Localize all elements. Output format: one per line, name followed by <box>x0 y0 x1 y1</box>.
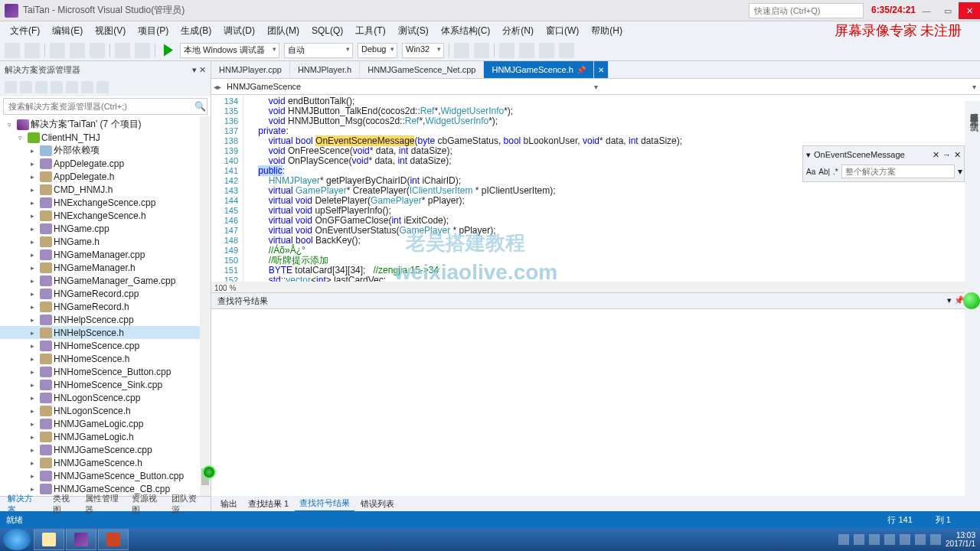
menu-tools[interactable]: 工具(T) <box>350 22 390 40</box>
horizontal-scrollbar[interactable]: 100 % <box>211 282 980 292</box>
close-icon[interactable]: ✕ <box>598 66 604 74</box>
new-button[interactable] <box>50 43 65 58</box>
zoom-level[interactable]: 100 % <box>214 284 236 292</box>
start-button[interactable] <box>3 529 31 550</box>
tab-hnmjplayer-cpp[interactable]: HNMJPlayer.cpp <box>211 61 290 78</box>
tab-output[interactable]: 输出 <box>216 497 242 511</box>
forward-button[interactable] <box>24 43 40 58</box>
code-body[interactable]: void endButtonTalk(); void HNMJButton_Ta… <box>243 95 980 282</box>
tree-item[interactable]: ▸HNLogonScence.cpp <box>0 391 211 404</box>
tree-item[interactable]: ▸HNLogonScence.h <box>0 404 211 417</box>
tree-item[interactable]: ▸HNGame.cpp <box>0 222 211 235</box>
tree-item[interactable]: ▸HNMJGameLogic.cpp <box>0 417 211 430</box>
tree-item[interactable]: ▸HNExchangeScence.h <box>0 209 211 222</box>
tool-button-3[interactable] <box>499 43 514 58</box>
se-refresh-icon[interactable] <box>20 81 32 93</box>
save-button[interactable] <box>90 43 105 58</box>
tree-item[interactable]: ▸HNGameManager.h <box>0 261 211 274</box>
tab-hnmjgamescence-h[interactable]: HNMJGameScence.h📌 <box>484 61 593 78</box>
start-options-combo[interactable]: 自动 <box>284 43 353 58</box>
se-collapse-icon[interactable] <box>35 81 47 93</box>
find-close2-icon[interactable]: ✕ <box>954 150 961 160</box>
menu-team[interactable]: 团队(M) <box>262 22 305 40</box>
tab-hnmjplayer-h[interactable]: HNMJPlayer.h <box>290 61 360 78</box>
back-button[interactable] <box>5 43 20 58</box>
tree-item[interactable]: ▸HNHelpScence.cpp <box>0 313 211 326</box>
quick-launch-input[interactable] <box>749 3 864 18</box>
tree-item[interactable]: ▸HNHomeScence_Sink.cpp <box>0 378 211 391</box>
tray-icon-5[interactable] <box>900 534 910 545</box>
tree-item[interactable]: ▸HNMJGameLogic.h <box>0 430 211 443</box>
tree-item[interactable]: ▸HNGameRecord.cpp <box>0 287 211 300</box>
tool-button-4[interactable] <box>519 43 534 58</box>
se-home-icon[interactable] <box>5 81 17 93</box>
find-chevron-icon[interactable]: ▾ <box>806 150 811 160</box>
find-scope-combo[interactable] <box>841 165 955 178</box>
search-icon[interactable]: 🔍 <box>193 101 207 112</box>
menu-build[interactable]: 生成(B) <box>175 22 217 40</box>
platform-combo[interactable]: Win32 <box>402 43 444 58</box>
se-preview-icon[interactable] <box>96 81 109 93</box>
solution-search-box[interactable]: 🔍 <box>3 98 207 115</box>
tab-find-results-1[interactable]: 查找结果 1 <box>243 497 293 511</box>
tree-item[interactable]: ▸HNMJGameScence_CB.cpp <box>0 482 211 495</box>
tool-button-2[interactable] <box>474 43 489 58</box>
menu-arch[interactable]: 体系结构(C) <box>436 22 496 40</box>
tree-item[interactable]: ▸HNMJGameScence_Master.cpp <box>0 495 211 496</box>
system-tray[interactable]: 13:032017/1/1 <box>838 531 980 548</box>
tool-button-1[interactable] <box>454 43 469 58</box>
tray-icon-2[interactable] <box>854 534 864 545</box>
tree-item[interactable]: ▿解决方案'TaiTan' (7 个项目) <box>0 118 211 131</box>
menu-window[interactable]: 窗口(W) <box>541 22 584 40</box>
tab-error-list[interactable]: 错误列表 <box>356 497 399 511</box>
maximize-button[interactable]: ▭ <box>937 2 959 19</box>
tray-icon-1[interactable] <box>838 534 849 545</box>
tab-close-button[interactable]: ✕ <box>594 61 609 78</box>
undo-button[interactable] <box>115 43 130 58</box>
code-editor[interactable]: 1341351361371381391401411421431441451461… <box>211 95 980 282</box>
tab-find-symbol-results[interactable]: 查找符号结果 <box>295 496 354 512</box>
tree-item[interactable]: ▸HNGameRecord.h <box>0 300 211 313</box>
tree-item[interactable]: ▸HNGameManager.cpp <box>0 248 211 261</box>
se-properties-icon[interactable] <box>81 81 93 93</box>
results-dropdown-icon[interactable]: ▾ <box>947 295 952 305</box>
tree-item[interactable]: ▸HNMJGameScence.cpp <box>0 443 211 456</box>
tray-volume-icon[interactable] <box>930 534 941 545</box>
menu-analyze[interactable]: 分析(N) <box>497 22 539 40</box>
tree-item[interactable]: ▸外部依赖项 <box>0 144 211 157</box>
start-debug-button[interactable] <box>160 43 175 58</box>
taskbar-clock[interactable]: 13:032017/1/1 <box>946 531 975 548</box>
tree-item[interactable]: ▸HNMJGameScence.h <box>0 456 211 469</box>
menu-edit[interactable]: 编辑(E) <box>47 22 88 40</box>
tree-item[interactable]: ▸HNHelpScence.h <box>0 326 211 339</box>
find-close-icon[interactable]: ✕ <box>933 150 939 160</box>
nav-scope-combo[interactable]: HNMJGameScence <box>224 82 590 91</box>
nav-back-icon[interactable]: ◂▸ <box>211 83 224 91</box>
results-body[interactable] <box>211 309 980 496</box>
menu-test[interactable]: 测试(S) <box>393 22 434 40</box>
scrollbar[interactable] <box>200 116 211 496</box>
tree-item[interactable]: ▸HNHomeScence.h <box>0 352 211 365</box>
assist-ball-icon[interactable] <box>963 292 980 309</box>
se-sync-icon[interactable] <box>66 81 78 93</box>
se-showall-icon[interactable] <box>51 81 63 93</box>
taskbar-explorer[interactable] <box>34 529 64 550</box>
pin-icon[interactable]: 📌 <box>577 66 586 74</box>
find-next-icon[interactable]: → <box>942 150 951 159</box>
taskbar-visualstudio[interactable] <box>66 529 96 550</box>
tree-item[interactable]: ▸AppDelegate.h <box>0 170 211 183</box>
close-button[interactable]: ✕ <box>959 2 980 19</box>
tree-item[interactable]: ▸HNGame.h <box>0 235 211 248</box>
menu-view[interactable]: 视图(V) <box>90 22 131 40</box>
tree-item[interactable]: ▸HNExchangeScence.cpp <box>0 196 211 209</box>
menu-sql[interactable]: SQL(Q) <box>306 23 348 38</box>
tree-item[interactable]: ▸CMD_HNMJ.h <box>0 183 211 196</box>
tree-item[interactable]: ▸HNHomeScence_Button.cpp <box>0 365 211 378</box>
tool-button-5[interactable] <box>539 43 554 58</box>
tree-item[interactable]: ▸AppDelegate.cpp <box>0 157 211 170</box>
menu-file[interactable]: 文件(F) <box>5 22 45 40</box>
menu-help[interactable]: 帮助(H) <box>586 22 628 40</box>
redo-button[interactable] <box>135 43 150 58</box>
tree-item[interactable]: ▿ClientHN_THJ <box>0 131 211 144</box>
tray-icon-4[interactable] <box>884 534 895 545</box>
